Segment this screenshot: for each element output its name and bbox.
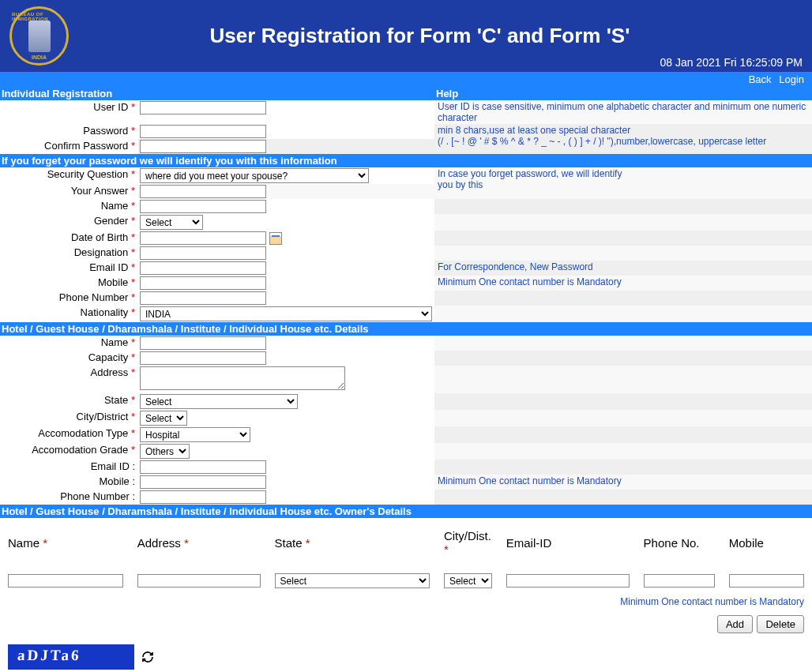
- state-select[interactable]: Select: [140, 394, 298, 409]
- password-input[interactable]: [140, 125, 266, 138]
- page-header: BUREAU OF IMMIGRATION INDIA User Registr…: [0, 0, 812, 72]
- owner-email-input[interactable]: [506, 574, 630, 588]
- label-secq: Security Question: [47, 168, 129, 180]
- help-mobile: Minimum One contact number is Mandatory: [434, 276, 812, 291]
- section-hotel: Hotel / Guest House / Dharamshala / Inst…: [0, 322, 812, 336]
- label-hmobile: Mobile :: [99, 475, 135, 487]
- label-address: Address: [91, 366, 129, 378]
- owner-mobile-input[interactable]: [729, 574, 804, 588]
- label-email: Email ID: [89, 261, 128, 273]
- accomodation-type-select[interactable]: Hospital: [140, 427, 250, 442]
- refresh-icon[interactable]: [141, 651, 154, 663]
- capacity-input[interactable]: [140, 351, 266, 365]
- captcha-text: aDJTa6: [17, 647, 81, 664]
- breadcrumb: Back Login: [0, 72, 812, 87]
- help-secq: In case you forget password, we will ide…: [434, 167, 812, 199]
- accomodation-grade-select[interactable]: Others: [140, 444, 190, 459]
- table-row: Select Select: [2, 572, 810, 590]
- emblem-logo: BUREAU OF IMMIGRATION INDIA: [9, 6, 69, 66]
- emblem-pillar: [28, 21, 51, 52]
- mobile-input[interactable]: [140, 276, 266, 290]
- owner-phone-input[interactable]: [644, 574, 715, 588]
- label-acctype: Accomodation Type: [38, 427, 128, 439]
- label-nationality: Nationality: [81, 306, 129, 318]
- emblem-text-bottom: INDIA: [32, 54, 47, 60]
- owner-table: Name * Address * State * City/Dist. * Em…: [0, 524, 812, 591]
- label-state: State: [104, 394, 128, 406]
- label-answer: Your Answer: [71, 185, 129, 197]
- login-link[interactable]: Login: [779, 73, 804, 85]
- page-title: User Registration for Form 'C' and Form …: [37, 24, 803, 48]
- hotel-email-input[interactable]: [140, 460, 266, 474]
- city-select[interactable]: Select: [140, 411, 187, 426]
- captcha-block: aDJTa6 Type the code shown above:: [0, 636, 812, 672]
- timestamp: 08 Jan 2021 Fri 16:25:09 PM: [660, 56, 803, 69]
- owner-th-mobile: Mobile: [729, 536, 764, 550]
- label-name: Name: [101, 200, 129, 212]
- label-dob: Date of Birth: [71, 231, 128, 243]
- label-hname: Name: [101, 336, 129, 348]
- owner-name-input[interactable]: [8, 574, 123, 588]
- label-city: City/District: [77, 411, 129, 422]
- section-individual: Individual Registration: [0, 87, 434, 100]
- hotel-phone-input[interactable]: [140, 490, 266, 504]
- label-password: Password: [83, 125, 128, 137]
- owner-th-email: Email-ID: [506, 536, 552, 550]
- hotel-mobile-input[interactable]: [140, 475, 266, 489]
- answer-input[interactable]: [140, 185, 266, 198]
- help-hmobile: Minimum One contact number is Mandatory: [434, 475, 812, 490]
- help-email: For Correspondence, New Password: [434, 261, 812, 276]
- section-owner: Hotel / Guest House / Dharamshala / Inst…: [0, 505, 812, 518]
- address-input[interactable]: [140, 366, 345, 390]
- owner-th-state: State: [275, 536, 303, 550]
- back-link[interactable]: Back: [749, 73, 772, 85]
- phone-input[interactable]: [140, 291, 266, 305]
- emblem-text-top: BUREAU OF IMMIGRATION: [12, 12, 66, 21]
- label-mobile: Mobile: [98, 276, 128, 288]
- confirm-password-input[interactable]: [140, 140, 266, 153]
- designation-input[interactable]: [140, 246, 266, 260]
- label-hphone: Phone Number :: [60, 490, 135, 502]
- label-gender: Gender: [94, 215, 128, 227]
- form-individual: Individual Registration Help User ID * U…: [0, 87, 812, 518]
- label-capacity: Capacity: [88, 351, 129, 363]
- label-confirm: Confirm Password: [44, 140, 128, 152]
- hotel-name-input[interactable]: [140, 336, 266, 350]
- owner-th-phone: Phone No.: [644, 536, 700, 550]
- label-phone: Phone Number: [59, 291, 128, 303]
- security-question-select[interactable]: where did you meet your spouse?: [140, 168, 369, 183]
- help-userid: User ID is case sensitive, minimum one a…: [434, 100, 812, 124]
- delete-button[interactable]: Delete: [757, 615, 804, 633]
- label-userid: User ID: [93, 101, 128, 113]
- owner-city-select[interactable]: Select: [444, 573, 492, 588]
- help-password: min 8 chars,use at least one special cha…: [434, 124, 812, 154]
- owner-address-input[interactable]: [137, 574, 261, 588]
- email-input[interactable]: [140, 261, 266, 275]
- owner-buttons: Add Delete: [0, 612, 812, 636]
- calendar-icon[interactable]: [269, 232, 282, 245]
- owner-th-name: Name: [8, 536, 39, 550]
- owner-contact-note: Minimum One contact number is Mandatory: [0, 591, 812, 612]
- userid-input[interactable]: [140, 101, 266, 115]
- gender-select[interactable]: Select: [140, 215, 203, 230]
- label-accgrade: Accomodation Grade: [32, 444, 128, 456]
- owner-th-city: City/Dist.: [444, 529, 491, 542]
- owner-state-select[interactable]: Select: [275, 573, 430, 588]
- name-input[interactable]: [140, 200, 266, 213]
- owner-th-address: Address: [137, 536, 181, 550]
- label-designation: Designation: [74, 246, 129, 258]
- captcha-image: aDJTa6: [8, 644, 134, 670]
- nationality-select[interactable]: INDIA: [140, 306, 432, 321]
- section-help: Help: [434, 87, 812, 100]
- section-forgot: If you forget your password we will iden…: [0, 154, 812, 167]
- label-hemail: Email ID :: [91, 460, 135, 472]
- dob-input[interactable]: [140, 231, 266, 245]
- add-button[interactable]: Add: [717, 615, 753, 633]
